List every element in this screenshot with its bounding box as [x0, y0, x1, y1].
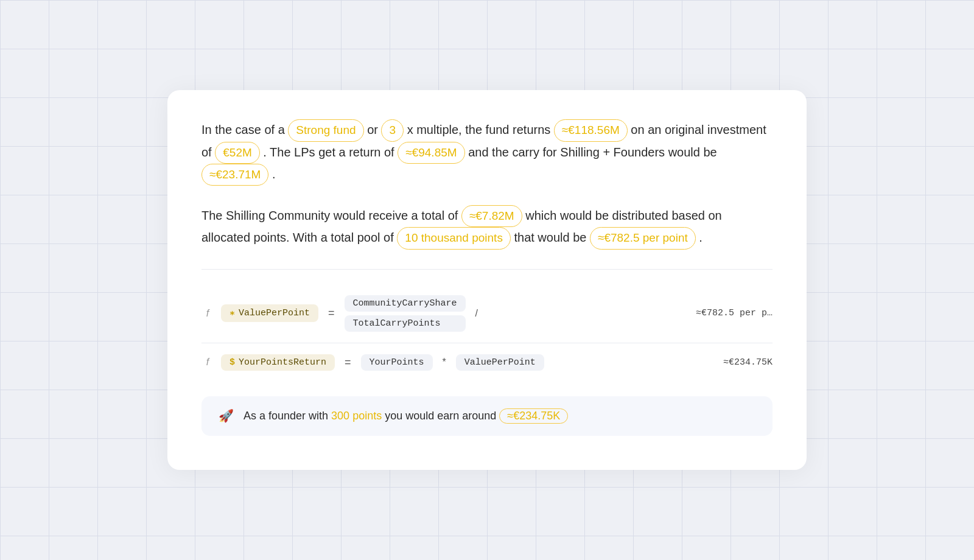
summary-badge-points: 300 points — [331, 410, 382, 422]
formula-var-your-points: YourPoints — [361, 354, 433, 371]
summary-text-mid: you would earn around — [385, 410, 499, 422]
badge-strong-fund: Strong fund — [288, 119, 363, 141]
badge-multiple: 3 — [381, 119, 404, 141]
formula-var-total-carry: TotalCarryPoints — [345, 315, 466, 332]
badge-thousand-points: 10 thousand points — [397, 227, 511, 249]
formula-symbol-1: ∗ — [229, 307, 235, 319]
badge-carry: ≈€23.71M — [201, 164, 268, 186]
paragraph-2: The Shilling Community would receive a t… — [201, 205, 773, 250]
formula-op-2: * — [440, 357, 449, 368]
summary-text: As a founder with 300 points you would e… — [244, 408, 568, 424]
text-end-1: . — [272, 167, 276, 181]
text-end-2: . — [699, 231, 702, 244]
badge-investment: €52M — [215, 142, 260, 164]
rocket-icon: 🚀 — [219, 408, 234, 423]
formula-op-1: / — [473, 308, 480, 319]
formula-label-2: YourPointsReturn — [239, 357, 326, 368]
text-carry: and the carry for Shilling + Founders wo… — [468, 145, 717, 159]
text-or: or — [367, 123, 381, 136]
formula-icon-2: f — [201, 357, 214, 368]
formula-row-2: f $ YourPointsReturn = YourPoints * Valu… — [201, 343, 773, 382]
formula-section: f ∗ ValuePerPoint = CommunityCarryShare … — [201, 269, 773, 382]
formula-var-value-per-point: ValuePerPoint — [456, 354, 544, 371]
formula-stacked-1: CommunityCarryShare TotalCarryPoints — [345, 295, 466, 332]
badge-returns: ≈€118.56M — [554, 119, 628, 141]
formula-name-valueperpoint: ∗ ValuePerPoint — [221, 304, 318, 322]
formula-name-yourpointsreturn: $ YourPointsReturn — [221, 354, 335, 371]
badge-community-total: ≈€7.82M — [461, 205, 522, 227]
formula-result-2: ≈€234.75K — [723, 357, 773, 368]
summary-text-before: As a founder with — [244, 410, 331, 422]
text-multiple: x multiple, the fund returns — [407, 123, 554, 136]
formula-equals-1: = — [326, 307, 337, 320]
main-card: In the case of a Strong fund or 3 x mult… — [167, 90, 807, 469]
formula-equals-2: = — [342, 356, 354, 369]
text-in-case: In the case of a — [201, 123, 285, 136]
badge-lp-return: ≈€94.85M — [398, 142, 464, 164]
formula-icon-1: f — [201, 308, 214, 319]
paragraph-1: In the case of a Strong fund or 3 x mult… — [201, 119, 773, 186]
text-that-would: that would be — [514, 231, 590, 244]
formula-var-community-carry: CommunityCarryShare — [345, 295, 466, 312]
formula-symbol-2: $ — [229, 357, 235, 368]
summary-badge-amount: ≈€234.75K — [499, 408, 568, 424]
formula-label-1: ValuePerPoint — [239, 308, 310, 318]
formula-result-1: ≈€782.5 per p… — [696, 308, 773, 318]
formula-row-1: f ∗ ValuePerPoint = CommunityCarryShare … — [201, 284, 773, 343]
text-lp-return: . The LPs get a return of — [263, 145, 398, 159]
text-community: The Shilling Community would receive a t… — [201, 209, 461, 222]
summary-box: 🚀 As a founder with 300 points you would… — [201, 396, 773, 436]
badge-per-point: ≈€782.5 per point — [590, 227, 696, 249]
